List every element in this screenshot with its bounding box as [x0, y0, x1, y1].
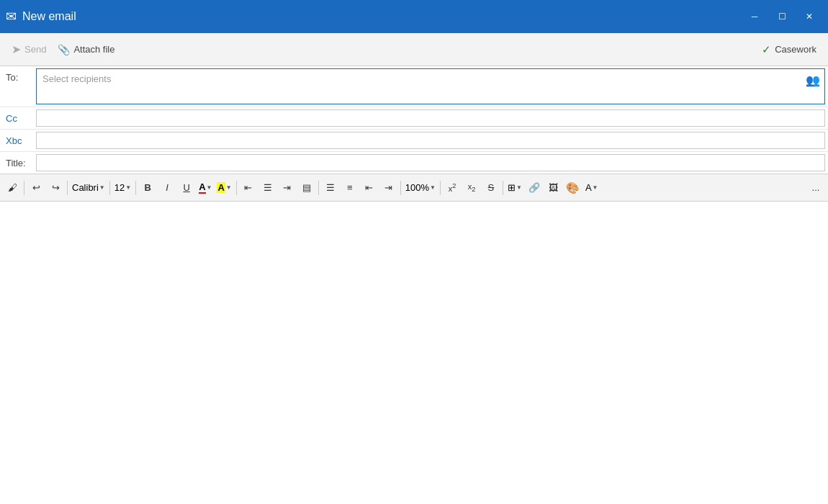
format-painter-button[interactable]: 🖌 [3, 179, 22, 197]
to-placeholder: Select recipients [40, 72, 114, 86]
attach-icon: 📎 [58, 44, 70, 55]
underline-button[interactable]: U [177, 179, 196, 197]
align-left-button[interactable]: ⇤ [239, 179, 258, 197]
window-title: New email [22, 10, 742, 23]
zoom-dropdown[interactable]: 100% ▼ [403, 179, 438, 197]
justify-icon: ▤ [302, 182, 311, 193]
highlight-icon: A [217, 182, 225, 193]
send-button[interactable]: ➤ Send [6, 40, 52, 59]
highlight-arrow: ▼ [226, 184, 232, 191]
maximize-button[interactable]: ☐ [769, 5, 795, 28]
styles-arrow: ▼ [593, 184, 598, 191]
cc-row: Cc [0, 107, 828, 130]
email-body[interactable] [0, 202, 828, 504]
bullets-button[interactable]: ☰ [321, 179, 340, 197]
table-arrow: ▼ [516, 184, 522, 191]
color-picker-button[interactable]: 🎨 [564, 179, 582, 197]
align-center-button[interactable]: ☰ [258, 179, 277, 197]
casework-check-icon: ✓ [762, 43, 771, 56]
title-bar: ✉ New email ─ ☐ ✕ [0, 0, 828, 33]
people-icon[interactable]: 👥 [806, 73, 820, 87]
color-picker-icon: 🎨 [566, 181, 580, 194]
redo-button[interactable]: ↪ [46, 179, 65, 197]
font-name-arrow: ▼ [99, 184, 105, 191]
superscript-icon: x2 [449, 182, 456, 193]
cc-link[interactable]: Cc [6, 113, 17, 124]
to-field-wrapper[interactable]: Select recipients 👥 [36, 68, 825, 104]
increase-indent-button[interactable]: ⇥ [379, 179, 398, 197]
font-name-value: Calibri [72, 182, 99, 193]
image-button[interactable]: 🖼 [544, 179, 563, 197]
decrease-indent-button[interactable]: ⇤ [360, 179, 379, 197]
styles-icon: A [585, 182, 592, 193]
font-size-value: 12 [114, 182, 125, 193]
cc-label: Cc [0, 107, 36, 129]
align-center-icon: ☰ [264, 182, 272, 193]
format-toolbar: 🖌 ↩ ↪ Calibri ▼ 12 ▼ B I U [0, 174, 828, 202]
attach-label: Attach file [73, 44, 114, 55]
font-color-dropdown[interactable]: A ▼ [197, 179, 214, 197]
title-input[interactable] [36, 154, 825, 171]
bcc-label: Xbc [0, 130, 36, 151]
main-container: ➤ Send 📎 Attach file ✓ Casework To: Sele… [0, 33, 828, 504]
redo-icon: ↪ [52, 182, 60, 193]
font-color-arrow: ▼ [207, 184, 212, 191]
bcc-input[interactable] [36, 132, 825, 149]
send-label: Send [24, 44, 46, 55]
highlight-dropdown[interactable]: A ▼ [215, 179, 233, 197]
mail-icon: ✉ [6, 9, 17, 24]
bold-icon: B [144, 182, 150, 193]
align-right-button[interactable]: ⇥ [278, 179, 297, 197]
casework-button[interactable]: ✓ Casework [756, 40, 822, 59]
decrease-indent-icon: ⇤ [365, 182, 373, 193]
numbering-button[interactable]: ≡ [341, 179, 359, 197]
strikethrough-button[interactable]: S [482, 179, 500, 197]
font-size-dropdown[interactable]: 12 ▼ [112, 179, 133, 197]
undo-button[interactable]: ↩ [27, 179, 45, 197]
italic-button[interactable]: I [158, 179, 176, 197]
subscript-button[interactable]: x2 [462, 179, 481, 197]
strikethrough-icon: S [488, 182, 495, 193]
title-label: Title: [0, 152, 36, 174]
align-left-icon: ⇤ [244, 182, 252, 193]
table-dropdown[interactable]: ⊞ ▼ [505, 179, 524, 197]
attach-button[interactable]: 📎 Attach file [52, 41, 120, 58]
numbering-icon: ≡ [347, 182, 353, 193]
increase-indent-icon: ⇥ [384, 182, 392, 193]
more-button[interactable]: ... [806, 179, 825, 197]
zoom-value: 100% [405, 182, 429, 193]
close-icon: ✕ [806, 12, 813, 22]
cc-input[interactable] [36, 109, 825, 127]
superscript-button[interactable]: x2 [443, 179, 462, 197]
to-label: To: [0, 66, 36, 107]
subscript-icon: x2 [468, 182, 476, 193]
minimize-icon: ─ [752, 12, 758, 22]
font-name-dropdown[interactable]: Calibri ▼ [70, 179, 107, 197]
zoom-arrow: ▼ [430, 184, 436, 191]
header-fields: To: Select recipients 👥 Cc Xbc Title: [0, 66, 828, 174]
bold-button[interactable]: B [138, 179, 157, 197]
font-color-icon: A [199, 181, 205, 194]
link-icon: 🔗 [528, 182, 540, 193]
send-icon: ➤ [12, 42, 21, 56]
italic-icon: I [166, 182, 168, 193]
casework-label: Casework [775, 44, 816, 55]
table-icon: ⊞ [508, 182, 516, 193]
toolbar: ➤ Send 📎 Attach file ✓ Casework [0, 33, 828, 66]
bcc-row: Xbc [0, 130, 828, 152]
undo-icon: ↩ [32, 182, 40, 193]
more-icon: ... [812, 182, 820, 193]
font-size-arrow: ▼ [125, 184, 131, 191]
title-row: Title: [0, 152, 828, 174]
window-controls: ─ ☐ ✕ [742, 5, 822, 28]
link-button[interactable]: 🔗 [525, 179, 544, 197]
minimize-button[interactable]: ─ [742, 5, 768, 28]
bullets-icon: ☰ [326, 182, 335, 193]
underline-icon: U [183, 182, 189, 193]
styles-dropdown[interactable]: A ▼ [583, 179, 600, 197]
align-right-icon: ⇥ [283, 182, 291, 193]
bcc-link[interactable]: Xbc [6, 135, 22, 146]
close-button[interactable]: ✕ [796, 5, 822, 28]
to-row: To: Select recipients 👥 [0, 66, 828, 107]
justify-button[interactable]: ▤ [297, 179, 316, 197]
